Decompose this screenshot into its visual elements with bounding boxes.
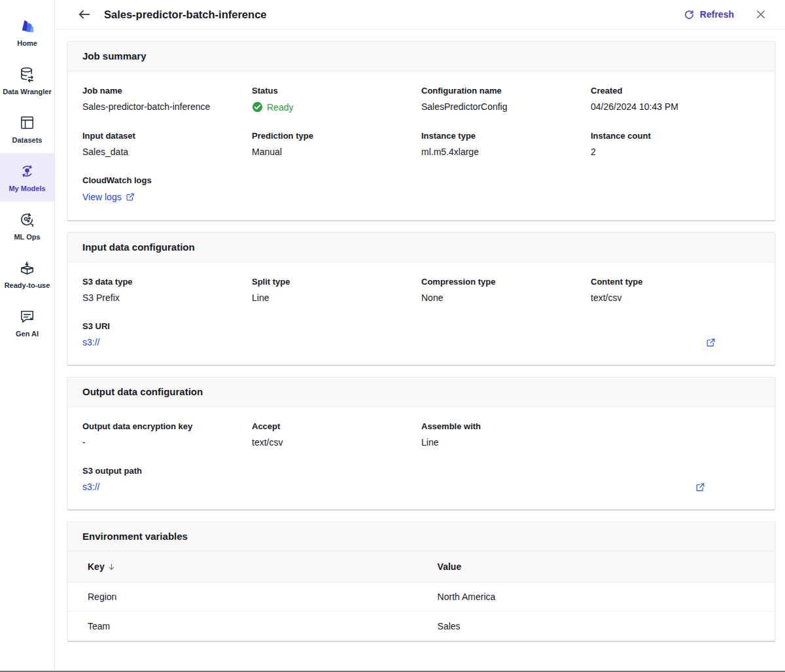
s3-output-path-link[interactable]: s3:// xyxy=(82,482,99,492)
field-instance-type: Instance type ml.m5.4xlarge xyxy=(421,131,591,157)
job-summary-card: Job summary Job name Sales-predictor-bat… xyxy=(67,41,775,221)
field-configuration-name: Configuration name SalesPredictorConfig xyxy=(421,86,591,113)
field-job-name: Job name Sales-predictor-batch-inference xyxy=(82,86,252,113)
view-logs-link[interactable]: View logs xyxy=(82,192,135,202)
column-header-key[interactable]: Key xyxy=(68,552,418,582)
card-title: Output data configuration xyxy=(82,386,203,397)
sidebar-item-ready-to-use[interactable]: Ready-to-use xyxy=(0,250,54,298)
s3-uri-open-button[interactable] xyxy=(706,338,716,347)
refresh-icon xyxy=(684,9,695,20)
external-link-icon xyxy=(706,338,716,347)
sidebar-item-label: Home xyxy=(17,39,37,47)
page-header: Sales-predictor-batch-inference Refresh xyxy=(56,0,785,29)
field-cloudwatch-logs: CloudWatch logs View logs xyxy=(82,175,760,203)
column-header-value: Value xyxy=(418,552,775,582)
close-button[interactable] xyxy=(752,6,769,23)
env-value-cell: North America xyxy=(418,582,775,612)
data-wrangler-icon xyxy=(18,65,36,83)
table-row: Region North America xyxy=(68,582,775,612)
external-link-icon xyxy=(126,192,135,202)
status-ready-icon xyxy=(252,101,263,113)
output-config-card: Output data configuration Output data en… xyxy=(67,377,775,510)
refresh-button[interactable]: Refresh xyxy=(684,9,734,20)
sidebar-item-my-models[interactable]: My Models xyxy=(0,153,54,202)
sidebar-item-label: Ready-to-use xyxy=(5,281,50,289)
field-assemble-with: Assemble with Line xyxy=(421,421,591,448)
sidebar-item-home[interactable]: Home xyxy=(0,8,54,56)
environment-variables-header: Environment variables xyxy=(68,522,775,552)
input-config-header: Input data configuration xyxy=(68,233,775,262)
card-title: Job summary xyxy=(82,50,147,62)
sidebar-item-datasets[interactable]: Datasets xyxy=(0,105,54,153)
table-row: Team Sales xyxy=(68,612,775,641)
sidebar-item-ml-ops[interactable]: ML Ops xyxy=(0,202,54,250)
card-title: Input data configuration xyxy=(82,241,195,253)
refresh-label: Refresh xyxy=(700,9,734,20)
back-button[interactable] xyxy=(75,5,94,24)
ready-to-use-icon xyxy=(18,259,36,277)
output-config-header: Output data configuration xyxy=(68,378,775,407)
field-s3-data-type: S3 data type S3 Prefix xyxy=(82,277,252,303)
page-title: Sales-predictor-batch-inference xyxy=(104,9,266,21)
s3-uri-link[interactable]: s3:// xyxy=(82,337,99,347)
field-compression-type: Compression type None xyxy=(421,277,591,303)
sidebar-item-gen-ai[interactable]: Gen AI xyxy=(0,298,54,347)
env-key-cell: Team xyxy=(68,612,418,641)
environment-variables-card: Environment variables Key Value Re xyxy=(67,522,775,641)
env-key-cell: Region xyxy=(68,582,418,612)
gen-ai-icon xyxy=(18,308,36,325)
sidebar-item-data-wrangler[interactable]: Data Wrangler xyxy=(0,56,54,105)
sort-descending-icon[interactable] xyxy=(105,561,116,572)
card-title: Environment variables xyxy=(82,531,188,542)
field-created: Created 04/26/2024 10:43 PM xyxy=(591,86,760,113)
app-sidebar: Home Data Wrangler Datasets My Mode xyxy=(0,0,55,671)
my-models-icon xyxy=(18,162,36,180)
sidebar-item-label: Gen AI xyxy=(16,330,39,338)
external-link-icon xyxy=(695,482,705,492)
field-encryption-key: Output data encryption key - xyxy=(82,421,252,448)
s3-output-open-button[interactable] xyxy=(695,482,705,492)
ml-ops-icon xyxy=(18,211,36,228)
sidebar-item-label: Data Wrangler xyxy=(3,88,51,96)
sidebar-item-label: Datasets xyxy=(12,136,43,144)
main-panel: Sales-predictor-batch-inference Refresh … xyxy=(56,0,785,671)
status-badge: Ready xyxy=(252,101,421,113)
input-config-card: Input data configuration S3 data type S3… xyxy=(67,232,775,365)
field-s3-uri: S3 URI s3:// xyxy=(82,321,760,347)
datasets-icon xyxy=(18,114,36,132)
field-content-type: Content type text/csv xyxy=(591,277,760,303)
job-summary-header: Job summary xyxy=(68,42,775,71)
sidebar-item-label: ML Ops xyxy=(14,233,40,241)
field-prediction-type: Prediction type Manual xyxy=(252,131,421,157)
field-instance-count: Instance count 2 xyxy=(591,131,760,157)
field-accept: Accept text/csv xyxy=(252,421,421,448)
field-status: Status Ready xyxy=(252,86,421,113)
field-s3-output-path: S3 output path s3:// xyxy=(82,466,760,492)
close-icon xyxy=(755,9,767,20)
environment-variables-table: Key Value Region North America Team S xyxy=(68,552,775,641)
sidebar-item-label: My Models xyxy=(9,185,45,192)
back-arrow-icon xyxy=(77,7,92,22)
env-value-cell: Sales xyxy=(418,612,775,641)
field-split-type: Split type Line xyxy=(252,277,421,303)
field-input-dataset: Input dataset Sales_data xyxy=(82,131,252,157)
canvas-logo-icon xyxy=(18,17,36,35)
